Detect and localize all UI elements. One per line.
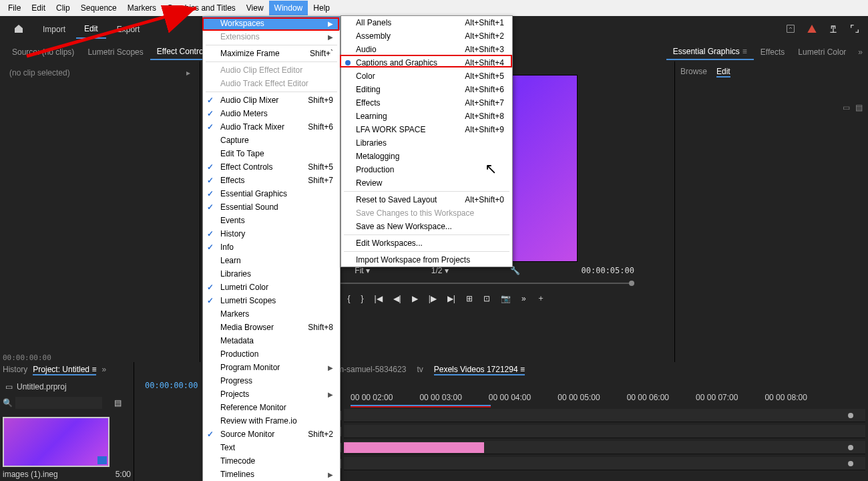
- workspaces-submenu[interactable]: All PanelsAlt+Shift+1AssemblyAlt+Shift+2…: [341, 15, 513, 267]
- tab-menu-icon[interactable]: ≡: [520, 365, 525, 374]
- submenu-item-audio[interactable]: AudioAlt+Shift+3: [341, 43, 512, 56]
- tab-lumetri-scopes[interactable]: Lumetri Scopes: [81, 45, 150, 59]
- submenu-item-captions-and-graphics[interactable]: Captions and GraphicsAlt+Shift+4: [341, 56, 512, 69]
- tab-source[interactable]: Source: (no clips): [5, 45, 81, 59]
- timeline-tab-1[interactable]: m-samuel-5834623: [337, 365, 406, 375]
- menubar[interactable]: File Edit Clip Sequence Markers Graphics…: [0, 0, 868, 16]
- track-slot-v3[interactable]: [344, 409, 865, 422]
- menu-window[interactable]: Window: [269, 1, 308, 15]
- home-button[interactable]: [5, 19, 32, 40]
- bin-icon[interactable]: ▭: [5, 382, 13, 391]
- track-slot-v2[interactable]: [344, 425, 865, 438]
- menu-item-media-browser[interactable]: Media BrowserShift+8: [203, 321, 340, 334]
- submenu-item-libraries[interactable]: Libraries: [341, 136, 512, 150]
- export-frame-icon[interactable]: 📷: [501, 294, 511, 303]
- menu-item-timecode[interactable]: Timecode: [203, 454, 340, 468]
- submenu-item-all-panels[interactable]: All PanelsAlt+Shift+1: [341, 16, 512, 29]
- menu-item-essential-sound[interactable]: ✓Essential Sound: [203, 200, 340, 214]
- menu-item-progress[interactable]: Progress: [203, 374, 340, 387]
- menu-item-lumetri-color[interactable]: ✓Lumetri Color: [203, 281, 340, 294]
- go-to-out-icon[interactable]: ▶|: [447, 294, 455, 303]
- brace-close-icon[interactable]: }: [361, 294, 363, 303]
- warning-icon[interactable]: [807, 23, 817, 36]
- play-icon[interactable]: ▶: [412, 294, 418, 303]
- menu-item-production[interactable]: Production: [203, 347, 340, 361]
- submenu-item-metalogging[interactable]: Metalogging: [341, 150, 512, 163]
- add-button-icon[interactable]: ＋: [537, 293, 545, 304]
- menu-file[interactable]: File: [3, 1, 26, 15]
- menu-item-libraries[interactable]: Libraries: [203, 267, 340, 281]
- menu-item-capture[interactable]: Capture: [203, 134, 340, 147]
- tab-overflow-icon[interactable]: »: [101, 365, 106, 375]
- menu-item-reference-monitor[interactable]: Reference Monitor: [203, 401, 340, 414]
- import-tab[interactable]: Import: [35, 21, 73, 38]
- tab-effects[interactable]: Effects: [754, 45, 791, 59]
- new-group-icon[interactable]: ▤: [855, 103, 863, 112]
- project-thumbnail[interactable]: [3, 417, 110, 467]
- menu-item-markers[interactable]: Markers: [203, 307, 340, 321]
- submenu-item-review[interactable]: Review: [341, 176, 512, 190]
- timeline-tab-3[interactable]: Pexels Videos 1721294 ≡: [434, 365, 525, 375]
- step-back-icon[interactable]: ◀|: [393, 294, 401, 303]
- chevron-right-icon[interactable]: ▸: [186, 68, 190, 77]
- tab-menu-icon[interactable]: ≡: [91, 365, 96, 374]
- essgfx-browse-tab[interactable]: Browse: [680, 67, 707, 77]
- menu-clip[interactable]: Clip: [51, 1, 75, 15]
- menu-item-audio-clip-mixer[interactable]: ✓Audio Clip MixerShift+9: [203, 94, 340, 107]
- comparison-icon[interactable]: »: [521, 294, 526, 303]
- submenu-item-save-as-new-workspace-[interactable]: Save as New Workspace...: [341, 220, 512, 233]
- menu-item-workspaces[interactable]: Workspaces▶: [203, 17, 340, 30]
- project-tab[interactable]: Project: Untitled ≡: [33, 365, 96, 375]
- menu-item-essential-graphics[interactable]: ✓Essential Graphics: [203, 187, 340, 200]
- go-to-in-icon[interactable]: |◀: [374, 294, 382, 303]
- tab-essential-graphics[interactable]: Essential Graphics≡: [666, 44, 754, 60]
- history-tab[interactable]: History: [3, 365, 27, 375]
- menu-item-effects[interactable]: ✓EffectsShift+7: [203, 174, 340, 187]
- menu-item-lumetri-scopes[interactable]: ✓Lumetri Scopes: [203, 294, 340, 307]
- menu-item-program-monitor[interactable]: Program Monitor▶: [203, 361, 340, 374]
- menu-markers[interactable]: Markers: [122, 1, 162, 15]
- video-clip[interactable]: [344, 442, 484, 453]
- insert-icon[interactable]: ⊞: [466, 294, 473, 303]
- overwrite-icon[interactable]: ⊡: [483, 294, 490, 303]
- submenu-item-effects[interactable]: EffectsAlt+Shift+7: [341, 96, 512, 110]
- new-layer-icon[interactable]: ▭: [843, 103, 850, 112]
- fullscreen-icon[interactable]: [849, 23, 860, 36]
- submenu-item-import-workspace-from-projects[interactable]: Import Workspace from Projects: [341, 253, 512, 267]
- track-slot-a1[interactable]: [344, 457, 865, 470]
- tab-lumetri-color[interactable]: Lumetri Color: [791, 45, 853, 59]
- filter-icon[interactable]: ▤: [114, 398, 122, 408]
- tab-menu-icon[interactable]: ≡: [742, 47, 747, 56]
- menu-item-learn[interactable]: Learn: [203, 254, 340, 267]
- menu-edit[interactable]: Edit: [26, 1, 51, 15]
- menu-item-text[interactable]: Text: [203, 441, 340, 454]
- menu-item-audio-track-mixer[interactable]: ✓Audio Track MixerShift+6: [203, 120, 340, 134]
- menu-item-info[interactable]: ✓Info: [203, 240, 340, 254]
- submenu-item-assembly[interactable]: AssemblyAlt+Shift+2: [341, 29, 512, 43]
- timeline-tab-2[interactable]: tv: [417, 365, 423, 375]
- menu-item-projects[interactable]: Projects▶: [203, 387, 340, 401]
- menu-item-edit-to-tape[interactable]: Edit To Tape: [203, 147, 340, 160]
- submenu-item-production[interactable]: Production: [341, 163, 512, 176]
- menu-graphicsandtitles[interactable]: Graphics and Titles: [162, 1, 241, 15]
- menu-view[interactable]: View: [241, 1, 269, 15]
- submenu-item-learning[interactable]: LearningAlt+Shift+8: [341, 110, 512, 123]
- submenu-item-lfa-work-space[interactable]: LFA WORK SPACEAlt+Shift+9: [341, 123, 512, 136]
- edit-tab[interactable]: Edit: [76, 20, 106, 39]
- export-tab[interactable]: Export: [109, 21, 148, 38]
- menu-item-history[interactable]: ✓History: [203, 227, 340, 240]
- step-forward-icon[interactable]: |▶: [429, 294, 437, 303]
- submenu-item-color[interactable]: ColorAlt+Shift+5: [341, 69, 512, 83]
- zoom-fit-dropdown[interactable]: Fit ▾: [355, 266, 370, 275]
- project-search-input[interactable]: [15, 397, 102, 409]
- window-menu-dropdown[interactable]: Workspaces▶Extensions▶Maximize FrameShif…: [202, 16, 341, 481]
- search-icon[interactable]: 🔍: [3, 398, 13, 408]
- menu-item-audio-meters[interactable]: ✓Audio Meters: [203, 107, 340, 120]
- menu-item-timelines[interactable]: Timelines▶: [203, 468, 340, 481]
- menu-item-events[interactable]: Events: [203, 214, 340, 227]
- menu-item-metadata[interactable]: Metadata: [203, 334, 340, 347]
- menu-sequence[interactable]: Sequence: [75, 1, 122, 15]
- submenu-item-edit-workspaces-[interactable]: Edit Workspaces...: [341, 236, 512, 250]
- track-output-dot[interactable]: [848, 413, 853, 418]
- menu-item-maximize-frame[interactable]: Maximize FrameShift+`: [203, 47, 340, 60]
